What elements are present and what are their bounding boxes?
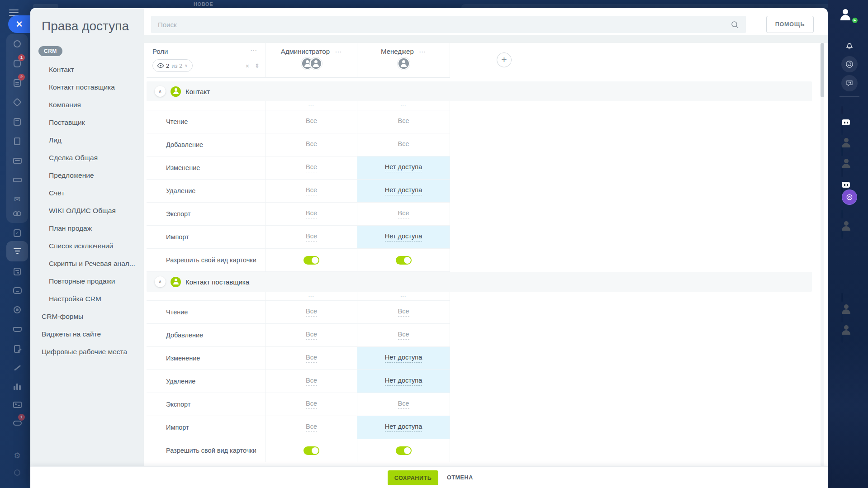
admin-permission-value[interactable]: Все — [306, 117, 317, 126]
close-slider-button[interactable]: ✕ — [8, 15, 30, 33]
analytics-icon[interactable] — [12, 381, 23, 392]
cell-more-icon[interactable]: ··· — [401, 104, 407, 109]
save-button[interactable]: СОХРАНИТЬ — [388, 470, 438, 485]
crm-funnel-icon[interactable] — [12, 246, 23, 256]
board-icon[interactable] — [12, 155, 23, 166]
scrollbar-thumb[interactable] — [821, 43, 824, 97]
help-button[interactable]: ПОМОЩЬ — [766, 16, 814, 33]
notifications-bell-icon[interactable] — [844, 40, 854, 52]
admin-permission-value[interactable]: Все — [306, 423, 317, 432]
news-doc-icon[interactable] — [842, 273, 844, 279]
drive-icon[interactable] — [12, 175, 23, 185]
manager-permission-value[interactable]: Все — [398, 308, 409, 317]
collapse-chevron-icon[interactable]: ∧ — [155, 276, 166, 287]
cancel-button[interactable]: ОТМЕНА — [447, 470, 473, 485]
manager-permission-value[interactable]: Все — [398, 117, 409, 126]
mail-icon[interactable]: ✉ — [12, 194, 23, 205]
sort-icon[interactable]: ⇕ — [255, 62, 260, 69]
network-icon[interactable] — [12, 38, 23, 49]
admin-permission-value[interactable]: Все — [306, 186, 317, 195]
admin-permission-value[interactable]: Все — [306, 377, 317, 386]
sign-pen-icon[interactable] — [12, 362, 23, 373]
tasks-check-icon[interactable]: ✓ — [12, 227, 23, 238]
admin-permission-cell: Все — [266, 133, 357, 156]
scrollbar-track[interactable] — [821, 43, 824, 466]
document-icon[interactable] — [12, 136, 23, 147]
roles-more-icon[interactable]: ··· — [251, 47, 257, 54]
sidebar-menu-item[interactable]: Контакт поставщика — [30, 78, 144, 96]
contract-doc-icon[interactable] — [12, 343, 23, 354]
copilot-swirl-icon[interactable] — [841, 56, 858, 72]
manager-toggle[interactable] — [396, 256, 412, 265]
manager-permission-value[interactable]: Нет доступа — [385, 423, 422, 432]
shop-cart-icon[interactable] — [12, 324, 23, 335]
cell-more-icon[interactable]: ··· — [308, 104, 314, 109]
storage-icon[interactable] — [12, 285, 23, 296]
manager-permission-value[interactable]: Нет доступа — [385, 377, 422, 386]
roles-filter-chip[interactable]: 2 из 2 ∨ — [152, 59, 193, 72]
openlines-chat-icon[interactable] — [841, 75, 858, 91]
search-input[interactable] — [151, 16, 746, 33]
chat-avatar-woman-3[interactable] — [842, 210, 850, 239]
chat-avatar-dark[interactable] — [842, 314, 850, 343]
admin-toggle[interactable] — [304, 446, 319, 455]
column-manager-more-icon[interactable]: ··· — [419, 49, 426, 55]
marketing-target-icon[interactable] — [12, 304, 23, 315]
automation-icon[interactable] — [12, 97, 23, 108]
column-admin-more-icon[interactable]: ··· — [335, 49, 342, 55]
search-icon[interactable] — [730, 20, 740, 31]
planner-icon[interactable] — [12, 266, 23, 277]
cell-more-icon[interactable]: ··· — [308, 294, 314, 299]
profile-avatar[interactable] — [840, 6, 850, 20]
chat-avatar-purple-app[interactable] — [842, 190, 857, 205]
sidebar-menu-item[interactable]: Контакт — [30, 61, 144, 78]
manager-permission-value[interactable]: Нет доступа — [385, 354, 422, 363]
admin-permission-value[interactable]: Все — [306, 232, 317, 242]
manager-permission-value[interactable]: Все — [398, 400, 409, 409]
sidebar-menu-item[interactable]: Скрипты и Речевая анал... — [30, 255, 144, 272]
sidebar-menu-item[interactable]: Поставщик — [30, 114, 144, 131]
people-icon[interactable] — [12, 208, 23, 219]
admin-permission-value[interactable]: Все — [306, 308, 317, 317]
admin-role-avatars[interactable] — [266, 57, 357, 70]
manager-permission-value[interactable]: Нет доступа — [385, 232, 422, 242]
manager-permission-value[interactable]: Нет доступа — [385, 163, 422, 172]
admin-permission-value[interactable]: Все — [306, 354, 317, 363]
sidebar-menu-item[interactable]: Цифровые рабочие места — [30, 343, 144, 360]
manager-toggle[interactable] — [396, 446, 412, 455]
manager-role-avatar[interactable] — [357, 57, 450, 70]
calendar-icon[interactable] — [12, 116, 23, 127]
sidebar-menu-item[interactable]: Предложение — [30, 166, 144, 184]
sidebar-menu-item[interactable]: Список исключений — [30, 237, 144, 255]
sidebar-menu-item[interactable]: План продаж — [30, 219, 144, 237]
manager-permission-value[interactable]: Нет доступа — [385, 186, 422, 195]
column-title-admin[interactable]: Администратор — [281, 47, 330, 55]
admin-permission-value[interactable]: Все — [306, 400, 317, 409]
manager-permission-value[interactable]: Все — [398, 331, 409, 340]
sidebar-menu-item[interactable]: Виджеты на сайте — [30, 325, 144, 343]
add-role-button[interactable]: + — [497, 52, 512, 67]
sidebar-menu-item[interactable]: Компания — [30, 96, 144, 114]
manager-permission-value[interactable]: Все — [398, 209, 409, 218]
sidebar-menu-item[interactable]: Лид — [30, 131, 144, 149]
manager-permission-value[interactable]: Все — [398, 140, 409, 149]
sidebar-menu-item[interactable]: Сделка Общая — [30, 149, 144, 166]
sidebar-menu-item[interactable]: Счёт — [30, 184, 144, 202]
more-apps-icon[interactable] — [12, 467, 23, 478]
collapse-chevron-icon[interactable]: ∧ — [155, 86, 166, 97]
sidebar-menu-item[interactable]: Повторные продажи — [30, 272, 144, 290]
crm-badge[interactable]: CRM — [38, 46, 62, 56]
admin-toggle[interactable] — [304, 256, 319, 265]
settings-gear-icon[interactable]: ⚙ — [12, 450, 23, 461]
sidebar-menu-item[interactable]: Настройка CRM — [30, 290, 144, 308]
cell-more-icon[interactable]: ··· — [401, 294, 407, 299]
admin-permission-value[interactable]: Все — [306, 331, 317, 340]
sidebar-menu-item[interactable]: CRM-формы — [30, 308, 144, 325]
clear-filter-icon[interactable]: × — [246, 62, 249, 70]
admin-permission-value[interactable]: Все — [306, 140, 317, 149]
column-title-manager[interactable]: Менеджер — [381, 47, 414, 55]
admin-permission-value[interactable]: Все — [306, 163, 317, 172]
sidebar-menu-item[interactable]: WIKI ОЛДИС Общая — [30, 202, 144, 219]
admin-permission-value[interactable]: Все — [306, 209, 317, 218]
contact-card-icon[interactable] — [12, 399, 23, 410]
